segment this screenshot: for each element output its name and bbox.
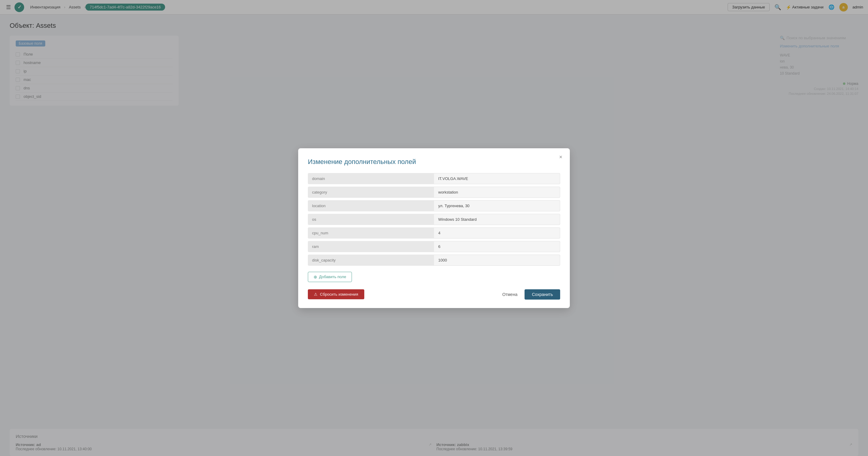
form-row-domain: domain IT.VOLGA.WAVE <box>308 173 560 184</box>
form-row-ram: ram 6 <box>308 241 560 252</box>
field-value-cpu-num[interactable]: 4 <box>434 227 560 238</box>
save-button[interactable]: Сохранить <box>525 289 560 300</box>
form-row-os: os Windows 10 Standard <box>308 214 560 225</box>
form-row-location: location ул. Тургенева, 30 <box>308 200 560 211</box>
modal-edit-fields: × Изменение дополнительных полей domain … <box>298 148 570 308</box>
modal-actions-top: ⊕ Добавить поле <box>308 272 560 282</box>
field-value-disk-capacity[interactable]: 1000 <box>434 255 560 266</box>
form-row-category: category workstation <box>308 187 560 198</box>
reset-changes-button[interactable]: ⚠ Сбросить изменения <box>308 289 364 299</box>
modal-title: Изменение дополнительных полей <box>308 158 560 166</box>
field-value-ram[interactable]: 6 <box>434 241 560 252</box>
field-label-domain: domain <box>308 173 434 184</box>
warning-icon: ⚠ <box>314 292 317 296</box>
modal-close-button[interactable]: × <box>557 153 565 162</box>
modal-overlay: × Изменение дополнительных полей domain … <box>0 15 868 456</box>
modal-footer: ⚠ Сбросить изменения Отмена Сохранить <box>308 289 560 300</box>
field-label-disk-capacity: disk_capacity <box>308 255 434 266</box>
field-label-category: category <box>308 187 434 198</box>
reset-label: Сбросить изменения <box>320 292 358 296</box>
add-field-icon: ⊕ <box>314 275 317 279</box>
add-field-button[interactable]: ⊕ Добавить поле <box>308 272 352 282</box>
cancel-button[interactable]: Отмена <box>499 290 521 299</box>
add-field-label: Добавить поле <box>319 275 346 279</box>
form-fields: domain IT.VOLGA.WAVE category workstatio… <box>308 173 560 266</box>
field-label-os: os <box>308 214 434 225</box>
footer-right: Отмена Сохранить <box>499 289 560 300</box>
form-row-cpu-num: cpu_num 4 <box>308 227 560 238</box>
field-label-location: location <box>308 200 434 211</box>
field-value-os[interactable]: Windows 10 Standard <box>434 214 560 225</box>
field-value-domain[interactable]: IT.VOLGA.WAVE <box>434 173 560 184</box>
field-label-cpu-num: cpu_num <box>308 227 434 238</box>
field-label-ram: ram <box>308 241 434 252</box>
field-value-category[interactable]: workstation <box>434 187 560 198</box>
field-value-location[interactable]: ул. Тургенева, 30 <box>434 200 560 211</box>
form-row-disk-capacity: disk_capacity 1000 <box>308 255 560 266</box>
